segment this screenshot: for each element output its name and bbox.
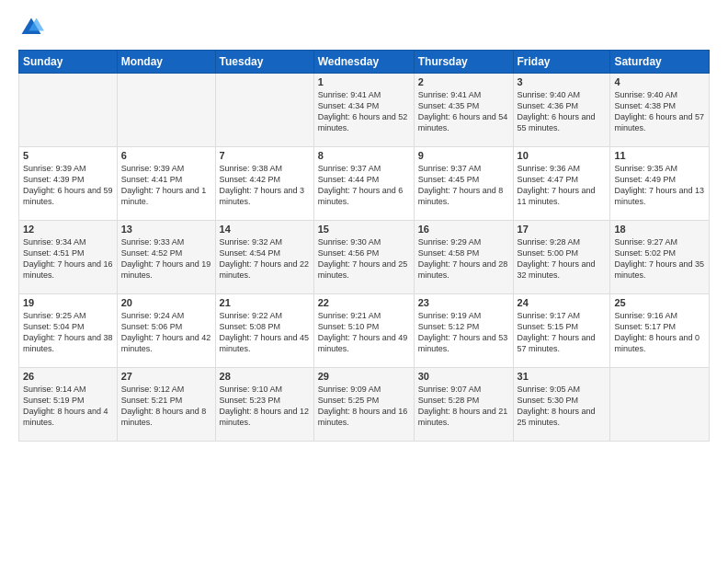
calendar-week-row: 19Sunrise: 9:25 AM Sunset: 5:04 PM Dayli… [19,294,710,368]
calendar-cell: 25Sunrise: 9:16 AM Sunset: 5:17 PM Dayli… [610,294,710,368]
day-info: Sunrise: 9:07 AM Sunset: 5:28 PM Dayligh… [418,384,509,429]
day-info: Sunrise: 9:12 AM Sunset: 5:21 PM Dayligh… [121,384,211,429]
calendar-week-row: 5Sunrise: 9:39 AM Sunset: 4:39 PM Daylig… [19,147,710,221]
day-number: 10 [518,150,607,161]
calendar-cell: 20Sunrise: 9:24 AM Sunset: 5:06 PM Dayli… [117,294,215,368]
calendar-cell: 4Sunrise: 9:40 AM Sunset: 4:38 PM Daylig… [610,74,710,147]
day-number: 20 [121,297,211,308]
day-info: Sunrise: 9:22 AM Sunset: 5:08 PM Dayligh… [220,310,310,355]
weekday-header: Monday [117,51,215,74]
day-number: 30 [418,371,509,382]
day-number: 22 [318,297,410,308]
calendar-cell: 17Sunrise: 9:28 AM Sunset: 5:00 PM Dayli… [513,221,610,294]
day-info: Sunrise: 9:17 AM Sunset: 5:15 PM Dayligh… [518,310,607,355]
day-info: Sunrise: 9:05 AM Sunset: 5:30 PM Dayligh… [518,384,607,429]
day-number: 25 [614,297,705,308]
day-info: Sunrise: 9:28 AM Sunset: 5:00 PM Dayligh… [518,236,607,282]
day-number: 29 [318,371,410,382]
calendar-cell: 19Sunrise: 9:25 AM Sunset: 5:04 PM Dayli… [19,294,118,368]
day-number: 8 [318,150,410,161]
calendar-cell: 31Sunrise: 9:05 AM Sunset: 5:30 PM Dayli… [513,368,610,442]
weekday-header: Saturday [610,51,710,74]
day-info: Sunrise: 9:14 AM Sunset: 5:19 PM Dayligh… [23,384,113,429]
day-number: 1 [318,76,410,87]
day-info: Sunrise: 9:41 AM Sunset: 4:35 PM Dayligh… [418,89,509,134]
weekday-header: Tuesday [215,51,313,74]
calendar-cell [610,368,710,442]
calendar-table: SundayMondayTuesdayWednesdayThursdayFrid… [18,50,710,442]
day-info: Sunrise: 9:34 AM Sunset: 4:51 PM Dayligh… [23,236,113,282]
calendar-cell: 28Sunrise: 9:10 AM Sunset: 5:23 PM Dayli… [215,368,313,442]
day-info: Sunrise: 9:38 AM Sunset: 4:42 PM Dayligh… [220,163,310,208]
day-info: Sunrise: 9:37 AM Sunset: 4:44 PM Dayligh… [318,163,410,208]
calendar-cell: 27Sunrise: 9:12 AM Sunset: 5:21 PM Dayli… [117,368,215,442]
calendar-cell: 18Sunrise: 9:27 AM Sunset: 5:02 PM Dayli… [610,221,710,294]
calendar-cell: 1Sunrise: 9:41 AM Sunset: 4:34 PM Daylig… [313,74,414,147]
day-number: 15 [318,224,410,235]
calendar-week-row: 1Sunrise: 9:41 AM Sunset: 4:34 PM Daylig… [19,74,710,147]
calendar-cell: 7Sunrise: 9:38 AM Sunset: 4:42 PM Daylig… [215,147,313,221]
weekday-header: Sunday [19,51,118,74]
calendar-cell: 2Sunrise: 9:41 AM Sunset: 4:35 PM Daylig… [414,74,513,147]
calendar-cell [117,74,215,147]
calendar-cell: 12Sunrise: 9:34 AM Sunset: 4:51 PM Dayli… [19,221,118,294]
day-info: Sunrise: 9:16 AM Sunset: 5:17 PM Dayligh… [614,310,705,355]
day-info: Sunrise: 9:30 AM Sunset: 4:56 PM Dayligh… [318,236,410,282]
day-info: Sunrise: 9:19 AM Sunset: 5:12 PM Dayligh… [418,310,509,355]
day-number: 23 [418,297,509,308]
weekday-header: Wednesday [313,51,414,74]
weekday-header-row: SundayMondayTuesdayWednesdayThursdayFrid… [19,51,710,74]
calendar-cell: 9Sunrise: 9:37 AM Sunset: 4:45 PM Daylig… [414,147,513,221]
day-number: 5 [23,150,113,161]
calendar-cell: 23Sunrise: 9:19 AM Sunset: 5:12 PM Dayli… [414,294,513,368]
day-info: Sunrise: 9:40 AM Sunset: 4:36 PM Dayligh… [518,89,607,134]
day-info: Sunrise: 9:25 AM Sunset: 5:04 PM Dayligh… [23,310,113,355]
day-info: Sunrise: 9:37 AM Sunset: 4:45 PM Dayligh… [418,163,509,208]
calendar-cell [215,74,313,147]
day-number: 12 [23,224,113,235]
calendar-cell: 11Sunrise: 9:35 AM Sunset: 4:49 PM Dayli… [610,147,710,221]
calendar-cell: 8Sunrise: 9:37 AM Sunset: 4:44 PM Daylig… [313,147,414,221]
day-number: 11 [614,150,705,161]
day-number: 2 [418,76,509,87]
calendar-cell: 24Sunrise: 9:17 AM Sunset: 5:15 PM Dayli… [513,294,610,368]
calendar-cell: 16Sunrise: 9:29 AM Sunset: 4:58 PM Dayli… [414,221,513,294]
day-number: 9 [418,150,509,161]
page: SundayMondayTuesdayWednesdayThursdayFrid… [0,0,728,563]
day-info: Sunrise: 9:39 AM Sunset: 4:41 PM Dayligh… [121,163,211,208]
logo [18,15,48,40]
day-number: 6 [121,150,211,161]
calendar-cell: 30Sunrise: 9:07 AM Sunset: 5:28 PM Dayli… [414,368,513,442]
calendar-cell [19,74,118,147]
day-info: Sunrise: 9:24 AM Sunset: 5:06 PM Dayligh… [121,310,211,355]
day-info: Sunrise: 9:09 AM Sunset: 5:25 PM Dayligh… [318,384,410,429]
calendar-cell: 29Sunrise: 9:09 AM Sunset: 5:25 PM Dayli… [313,368,414,442]
calendar-cell: 3Sunrise: 9:40 AM Sunset: 4:36 PM Daylig… [513,74,610,147]
day-info: Sunrise: 9:35 AM Sunset: 4:49 PM Dayligh… [614,163,705,208]
day-number: 7 [220,150,310,161]
calendar-cell: 14Sunrise: 9:32 AM Sunset: 4:54 PM Dayli… [215,221,313,294]
day-info: Sunrise: 9:10 AM Sunset: 5:23 PM Dayligh… [220,384,310,429]
weekday-header: Thursday [414,51,513,74]
calendar-cell: 10Sunrise: 9:36 AM Sunset: 4:47 PM Dayli… [513,147,610,221]
calendar-cell: 5Sunrise: 9:39 AM Sunset: 4:39 PM Daylig… [19,147,118,221]
calendar-week-row: 26Sunrise: 9:14 AM Sunset: 5:19 PM Dayli… [19,368,710,442]
day-info: Sunrise: 9:40 AM Sunset: 4:38 PM Dayligh… [614,89,705,134]
day-number: 18 [614,224,705,235]
calendar-cell: 22Sunrise: 9:21 AM Sunset: 5:10 PM Dayli… [313,294,414,368]
day-info: Sunrise: 9:41 AM Sunset: 4:34 PM Dayligh… [318,89,410,134]
day-number: 19 [23,297,113,308]
day-info: Sunrise: 9:39 AM Sunset: 4:39 PM Dayligh… [23,163,113,208]
day-info: Sunrise: 9:29 AM Sunset: 4:58 PM Dayligh… [418,236,509,282]
day-info: Sunrise: 9:27 AM Sunset: 5:02 PM Dayligh… [614,236,705,282]
day-number: 17 [518,224,607,235]
day-number: 31 [518,371,607,382]
weekday-header: Friday [513,51,610,74]
calendar-cell: 21Sunrise: 9:22 AM Sunset: 5:08 PM Dayli… [215,294,313,368]
calendar-week-row: 12Sunrise: 9:34 AM Sunset: 4:51 PM Dayli… [19,221,710,294]
day-number: 3 [518,76,607,87]
logo-icon [18,15,44,40]
calendar-cell: 26Sunrise: 9:14 AM Sunset: 5:19 PM Dayli… [19,368,118,442]
day-info: Sunrise: 9:32 AM Sunset: 4:54 PM Dayligh… [220,236,310,282]
calendar-cell: 13Sunrise: 9:33 AM Sunset: 4:52 PM Dayli… [117,221,215,294]
